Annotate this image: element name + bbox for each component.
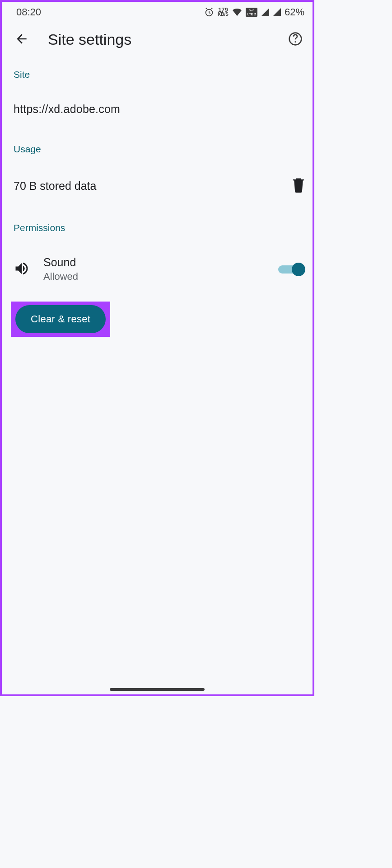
permission-row-sound[interactable]: Sound Allowed <box>11 240 308 299</box>
highlight-annotation: Clear & reset <box>11 302 110 337</box>
back-icon[interactable] <box>14 32 29 48</box>
sound-toggle[interactable] <box>278 263 305 276</box>
permission-title: Sound <box>43 256 265 269</box>
section-site-label: Site <box>11 57 308 86</box>
clear-reset-button[interactable]: Clear & reset <box>15 305 106 333</box>
alarm-icon <box>204 7 214 17</box>
content: Site https://xd.adobe.com Usage 70 B sto… <box>2 57 313 337</box>
network-speed: 179 KB/S <box>218 8 229 17</box>
status-right: 179 KB/S Vo"LTE2 62% <box>204 6 304 18</box>
usage-row: 70 B stored data <box>11 161 308 210</box>
permission-subtitle: Allowed <box>43 271 265 283</box>
section-usage-label: Usage <box>11 131 308 161</box>
help-icon[interactable] <box>288 32 303 48</box>
permission-text: Sound Allowed <box>43 256 265 283</box>
page-title: Site settings <box>48 31 288 48</box>
site-url[interactable]: https://xd.adobe.com <box>11 86 308 131</box>
nav-handle[interactable] <box>110 688 205 691</box>
signal-1-icon <box>261 8 269 16</box>
app-bar: Site settings <box>2 23 313 57</box>
svg-text:LTE: LTE <box>247 13 253 16</box>
trash-icon[interactable] <box>292 177 305 194</box>
volume-icon <box>14 260 30 278</box>
status-bar: 08:20 179 KB/S Vo"LTE2 62% <box>2 2 313 23</box>
volte-badge: Vo"LTE2 <box>246 8 257 17</box>
signal-2-icon <box>273 8 281 16</box>
status-time: 08:20 <box>16 6 41 18</box>
battery-percent: 62% <box>285 6 304 18</box>
svg-text:Vo": Vo" <box>249 9 254 12</box>
usage-value: 70 B stored data <box>14 179 96 193</box>
wifi-icon <box>232 8 242 16</box>
svg-text:2: 2 <box>254 12 257 16</box>
section-permissions-label: Permissions <box>11 210 308 240</box>
